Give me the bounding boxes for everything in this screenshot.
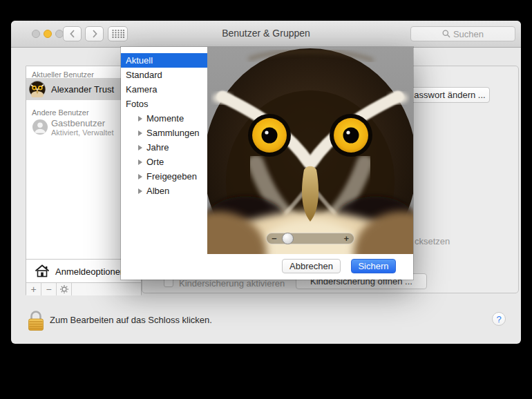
owl-avatar xyxy=(29,81,46,97)
source-item-label: Sammlungen xyxy=(146,128,200,138)
remove-user-button[interactable]: − xyxy=(41,283,57,295)
owl-right-eye xyxy=(330,114,372,157)
source-item-standard[interactable]: Standard xyxy=(121,68,207,82)
source-item-aktuell[interactable]: Aktuell xyxy=(121,53,207,68)
source-item-label: Freigegeben xyxy=(146,171,197,182)
search-input[interactable]: Suchen xyxy=(410,26,515,41)
source-item-freigegeben[interactable]: Freigegeben xyxy=(121,169,207,184)
source-item-label: Orte xyxy=(146,157,164,167)
source-item-label: Kamera xyxy=(126,84,158,95)
login-options-label: Anmeldeoptionen xyxy=(55,266,125,277)
add-user-button[interactable]: + xyxy=(26,283,41,295)
lock-hint-text: Zum Bearbeiten auf das Schloss klicken. xyxy=(50,315,212,325)
disclosure-triangle-icon[interactable] xyxy=(138,130,142,136)
source-item-label: Alben xyxy=(146,186,169,196)
save-label: Sichern xyxy=(358,261,388,271)
change-password-button[interactable]: asswort ändern ... xyxy=(410,87,490,103)
save-button[interactable]: Sichern xyxy=(351,259,396,273)
source-item-label: Aktuell xyxy=(126,55,153,66)
zoom-in-icon[interactable]: + xyxy=(343,233,349,244)
source-item-label: Momente xyxy=(146,113,184,124)
owl-left-eye xyxy=(248,114,291,157)
current-user-name: Alexander Trust xyxy=(51,84,114,95)
owl-photo xyxy=(207,47,413,254)
plus-icon: + xyxy=(30,284,36,294)
zoom-out-icon[interactable]: − xyxy=(272,233,277,244)
disclosure-triangle-icon[interactable] xyxy=(138,159,142,165)
lock-icon[interactable] xyxy=(28,309,44,331)
source-item-fotos[interactable]: Fotos xyxy=(121,97,207,111)
disclosure-triangle-icon[interactable] xyxy=(138,145,142,150)
source-item-alben[interactable]: Alben xyxy=(121,184,207,198)
source-item-label: Standard xyxy=(126,70,162,80)
source-item-sammlungen[interactable]: Sammlungen xyxy=(121,126,207,140)
cancel-label: Abbrechen xyxy=(289,261,333,271)
source-item-label: Jahre xyxy=(146,142,169,153)
image-zoom-slider[interactable]: − + xyxy=(266,233,354,244)
guest-user-name: Gastbenutzer xyxy=(51,118,105,128)
actions-button[interactable] xyxy=(57,283,72,295)
guest-user-status: Aktiviert, Verwaltet xyxy=(51,128,113,137)
user-list-toolbar: + − xyxy=(26,282,141,295)
avatar-preview-image: − + xyxy=(207,47,413,254)
parental-controls-checkbox-label: Kindersicherung aktivieren xyxy=(179,278,285,289)
source-item-kamera[interactable]: Kamera xyxy=(121,82,207,97)
search-icon xyxy=(442,30,450,38)
disclosure-triangle-icon[interactable] xyxy=(138,116,142,121)
search-placeholder: Suchen xyxy=(453,29,484,39)
disclosure-triangle-icon[interactable] xyxy=(138,174,142,179)
reset-text-fragment: cksetzen xyxy=(415,236,450,246)
minus-icon: − xyxy=(46,284,51,294)
source-item-momente[interactable]: Momente xyxy=(121,111,207,126)
popover-button-bar: Abbrechen Sichern xyxy=(207,254,413,280)
users-groups-window: Benutzer & Gruppen Suchen asswort ändern… xyxy=(11,21,521,344)
other-users-section-header: Andere Benutzer xyxy=(32,108,89,117)
gear-icon xyxy=(59,284,69,294)
avatar-source-list: Aktuell Standard Kamera Fotos Momente Sa… xyxy=(121,47,207,280)
title-bar: Benutzer & Gruppen Suchen xyxy=(11,21,521,48)
help-button[interactable]: ? xyxy=(492,312,506,326)
zoom-slider-thumb[interactable] xyxy=(282,233,294,244)
change-password-label: asswort ändern ... xyxy=(414,90,485,100)
guest-avatar xyxy=(32,119,48,135)
cancel-button[interactable]: Abbrechen xyxy=(282,259,341,273)
avatar-picker-popover: Aktuell Standard Kamera Fotos Momente Sa… xyxy=(121,47,413,280)
source-item-jahre[interactable]: Jahre xyxy=(121,140,207,155)
source-item-orte[interactable]: Orte xyxy=(121,155,207,169)
home-icon xyxy=(34,263,50,280)
source-item-label: Fotos xyxy=(126,99,149,109)
question-mark-icon: ? xyxy=(496,314,501,324)
disclosure-triangle-icon[interactable] xyxy=(138,188,142,194)
